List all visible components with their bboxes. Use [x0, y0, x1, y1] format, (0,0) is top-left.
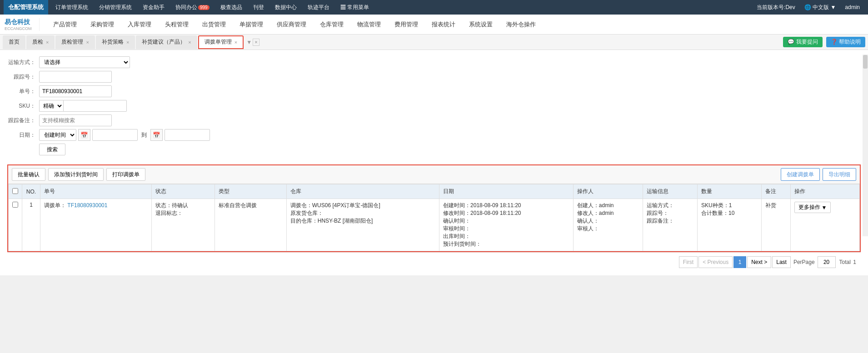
- table-header-row: NO. 单号 状态 类型 仓库 日期 操作人 运输信息 数量 备注 操作: [9, 184, 860, 199]
- total-label: Total 1: [839, 259, 856, 265]
- top-navbar: 仓配管理系统 订单管理系统 分销管理系统 资金助手 协同办公 999 极查选品 …: [0, 0, 868, 15]
- row-dates: 创建时间：2018-08-09 18:11:20 修改时间：2018-08-09…: [439, 199, 574, 251]
- tracking-remark-info: 跟踪备注：: [647, 217, 693, 225]
- close-tab-quality-check[interactable]: ×: [46, 40, 49, 45]
- th-warehouse: 仓库: [286, 184, 439, 199]
- logo-sub-text: ECCANGCOM: [5, 26, 32, 31]
- help-button[interactable]: ❓ 帮助说明: [826, 37, 865, 47]
- tracking-input[interactable]: [39, 71, 112, 83]
- tab-dropdown-icon[interactable]: ▼: [246, 39, 252, 45]
- th-action: 操作: [791, 184, 860, 199]
- date-from-input[interactable]: [92, 129, 138, 141]
- search-button[interactable]: 搜索: [39, 144, 65, 155]
- order-row: 单号： TF18080930001: [7, 85, 861, 97]
- scrollbar-thumb[interactable]: [863, 55, 868, 69]
- tab-replenish-suggestion[interactable]: 补货建议（产品） ×: [136, 35, 197, 49]
- transport-type-info: 运输方式：: [647, 202, 693, 209]
- second-nav-items: 产品管理 采购管理 入库管理 头程管理 出货管理 单据管理 供应商管理 仓库管理…: [47, 15, 542, 35]
- date-ship: 出库时间：: [443, 233, 569, 240]
- total-qty: 合计数量：10: [701, 209, 758, 217]
- tab-replenish-strategy[interactable]: 补货策略 ×: [96, 35, 135, 49]
- nav-common-menu[interactable]: ☰ 常用菜单: [335, 0, 374, 15]
- close-tab-replenish-suggestion[interactable]: ×: [188, 40, 191, 45]
- prev-page-button[interactable]: < Previous: [698, 256, 733, 268]
- tracking-row: 跟踪号：: [7, 71, 861, 83]
- tab-home[interactable]: 首页: [3, 35, 25, 49]
- date-type-select[interactable]: 创建时间: [39, 129, 76, 141]
- row-checkbox[interactable]: [12, 202, 18, 208]
- ask-question-button[interactable]: 💬 我要提问: [783, 37, 822, 47]
- tracking-no-info: 跟踪号：: [647, 209, 693, 217]
- first-page-button[interactable]: First: [679, 256, 698, 268]
- more-actions-button[interactable]: 更多操作 ▼: [794, 202, 831, 213]
- date-from-calendar[interactable]: 📅: [78, 129, 90, 141]
- date-to-calendar[interactable]: 📅: [150, 129, 163, 141]
- nav-track[interactable]: 轨迹平台: [302, 0, 335, 15]
- sku-label: SKU：: [7, 102, 39, 110]
- nav-overseas-warehouse[interactable]: 海外仓操作: [500, 15, 542, 35]
- tracking-remark-row: 跟踪备注：: [7, 114, 861, 126]
- sku-match-select[interactable]: 精确: [39, 100, 63, 112]
- create-transfer-button[interactable]: 创建调拨单: [781, 168, 820, 181]
- select-all-checkbox[interactable]: [12, 188, 18, 194]
- nav-inbound-mgmt[interactable]: 入库管理: [121, 15, 158, 35]
- nav-system-settings[interactable]: 系统设置: [463, 15, 499, 35]
- nav-finance[interactable]: 资金助手: [137, 0, 170, 15]
- row-order-no: 调拨单： TF18080930001: [40, 199, 152, 251]
- data-table: NO. 单号 状态 类型 仓库 日期 操作人 运输信息 数量 备注 操作: [8, 184, 860, 251]
- print-button[interactable]: 打印调拨单: [106, 168, 145, 181]
- table-toolbar: 批量确认 添加预计到货时间 打印调拨单 创建调拨单 导出明细: [8, 165, 860, 184]
- nav-supplier-mgmt[interactable]: 供应商管理: [270, 15, 313, 35]
- tab-quality-check[interactable]: 质检 ×: [26, 35, 55, 49]
- export-detail-button[interactable]: 导出明细: [823, 168, 856, 181]
- nav-selection[interactable]: 极查选品: [215, 0, 248, 15]
- nav-warehouse-mgmt[interactable]: 仓库管理: [314, 15, 350, 35]
- row-status: 状态：待确认 退回标志：: [151, 199, 215, 251]
- order-input[interactable]: TF18080930001: [39, 85, 112, 97]
- close-tab-transfer-order-mgmt[interactable]: ×: [234, 40, 237, 45]
- nav-order-mgmt[interactable]: 订单管理系统: [50, 0, 94, 15]
- nav-publish[interactable]: 刊登: [248, 0, 269, 15]
- close-all-tabs-icon[interactable]: ×: [253, 39, 259, 46]
- batch-confirm-button[interactable]: 批量确认: [12, 168, 45, 181]
- last-page-button[interactable]: Last: [772, 256, 791, 268]
- nav-logistics-mgmt[interactable]: 物流管理: [351, 15, 387, 35]
- close-tab-replenish-strategy[interactable]: ×: [126, 40, 129, 45]
- next-page-button[interactable]: Next >: [747, 256, 771, 268]
- nav-purchase-mgmt[interactable]: 采购管理: [84, 15, 120, 35]
- nav-product-mgmt[interactable]: 产品管理: [47, 15, 83, 35]
- tab-transfer-order-mgmt[interactable]: 调拨单管理 ×: [198, 35, 244, 49]
- dropdown-arrow-icon: ▼: [821, 204, 827, 211]
- sku-input[interactable]: [63, 100, 127, 112]
- brand-title[interactable]: 仓配管理系统: [4, 0, 48, 15]
- order-no-link[interactable]: TF18080930001: [67, 202, 107, 209]
- perpage-input[interactable]: 20: [818, 256, 836, 268]
- order-prefix: 调拨单：: [44, 202, 66, 209]
- op-reviewer: 审核人：: [577, 225, 639, 233]
- th-checkbox: [9, 184, 22, 199]
- language-selector[interactable]: 🌐 中文版 ▼: [800, 0, 841, 15]
- transport-select[interactable]: 请选择: [39, 56, 130, 68]
- nav-report-stats[interactable]: 报表统计: [425, 15, 462, 35]
- add-eta-button[interactable]: 添加预计到货时间: [48, 168, 104, 181]
- date-review: 审核时间：: [443, 225, 569, 233]
- tracking-remark-input[interactable]: [39, 114, 112, 126]
- nav-head-transport[interactable]: 头程管理: [159, 15, 195, 35]
- nav-collab[interactable]: 协同办公 999: [170, 0, 215, 15]
- tab-quality-mgmt[interactable]: 质检管理 ×: [55, 35, 95, 49]
- nav-document-mgmt[interactable]: 单据管理: [233, 15, 269, 35]
- close-tab-quality-mgmt[interactable]: ×: [86, 40, 89, 45]
- vertical-scrollbar[interactable]: [863, 55, 868, 236]
- row-no: 1: [22, 199, 40, 251]
- current-page-button[interactable]: 1: [733, 256, 746, 268]
- nav-outbound-mgmt[interactable]: 出货管理: [196, 15, 232, 35]
- user-account[interactable]: admin: [840, 0, 864, 15]
- nav-cost-mgmt[interactable]: 费用管理: [388, 15, 424, 35]
- date-modify: 修改时间：2018-08-09 18:11:20: [443, 209, 569, 217]
- warehouse-dest: 目的仓库：HNSY-BZ [湖南邵阳仓]: [290, 217, 435, 225]
- nav-distribution-mgmt[interactable]: 分销管理系统: [94, 0, 137, 15]
- search-btn-row: 搜索: [7, 144, 861, 155]
- date-to-input[interactable]: [165, 129, 210, 141]
- nav-data-center[interactable]: 数据中心: [269, 0, 302, 15]
- top-nav-right: 当前版本号:Dev 🌐 中文版 ▼ admin: [752, 0, 864, 15]
